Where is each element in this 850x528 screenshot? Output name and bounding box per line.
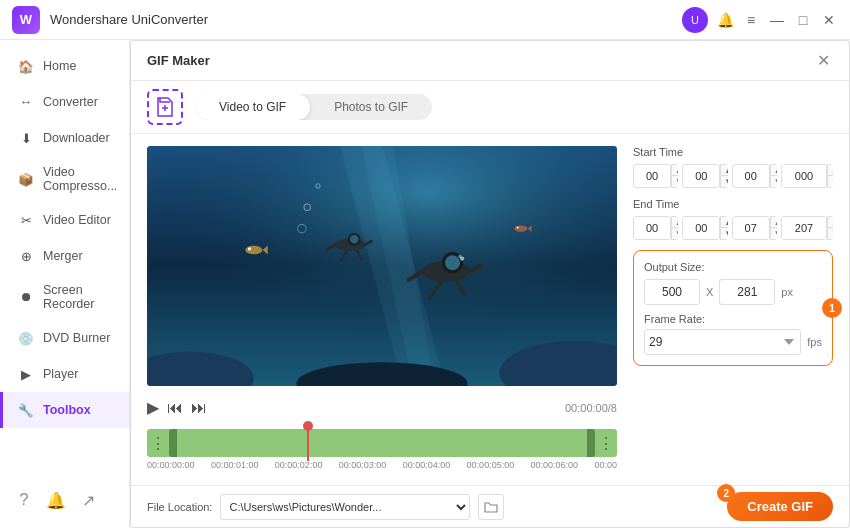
create-gif-button[interactable]: 2 Create GIF — [727, 492, 833, 521]
start-hours-field: ▲ ▼ — [633, 164, 678, 188]
compressor-icon: 📦 — [17, 170, 35, 188]
share-icon[interactable]: ↗ — [78, 490, 98, 510]
sidebar-item-converter[interactable]: ↔ Converter — [0, 84, 129, 120]
sidebar-item-dvd[interactable]: 💿 DVD Burner — [0, 320, 129, 356]
start-time-inputs: ▲ ▼ ▲ ▼ — [633, 164, 833, 188]
output-settings-box: 1 Output Size: X px Frame Rate: 24 — [633, 250, 833, 366]
start-seconds-down[interactable]: ▼ — [770, 176, 777, 188]
timeline-left-handle[interactable] — [169, 429, 177, 457]
dvd-icon: 💿 — [17, 329, 35, 347]
title-bar-controls: U 🔔 ≡ — □ ✕ — [682, 7, 838, 33]
start-minutes-up[interactable]: ▲ — [720, 164, 727, 176]
sidebar-label-converter: Converter — [43, 95, 98, 109]
tab-photos-to-gif[interactable]: Photos to GIF — [310, 94, 432, 120]
svg-point-28 — [248, 247, 251, 250]
start-ms-down[interactable]: ▼ — [827, 176, 833, 188]
footer-bell-icon[interactable]: 🔔 — [46, 490, 66, 510]
end-ms-down[interactable]: ▼ — [827, 228, 833, 240]
video-controls: ▶ ⏮ ⏭ 00:00:00/8 — [147, 394, 617, 421]
title-bar: W Wondershare UniConverter U 🔔 ≡ — □ ✕ — [0, 0, 850, 40]
start-hours-up[interactable]: ▲ — [671, 164, 678, 176]
file-path-select[interactable]: C:\Users\ws\Pictures\Wonder... — [220, 494, 470, 520]
prev-frame-button[interactable]: ⏮ — [167, 399, 183, 417]
recorder-icon: ⏺ — [17, 288, 35, 306]
end-ms-up[interactable]: ▲ — [827, 216, 833, 228]
player-icon: ▶ — [17, 365, 35, 383]
menu-icon[interactable]: ≡ — [742, 11, 760, 29]
sidebar-item-editor[interactable]: ✂ Video Editor — [0, 202, 129, 238]
user-avatar[interactable]: U — [682, 7, 708, 33]
sidebar-item-toolbox[interactable]: 🔧 Toolbox — [0, 392, 129, 428]
start-minutes-input[interactable] — [682, 164, 720, 188]
end-minutes-down[interactable]: ▼ — [720, 228, 727, 240]
end-minutes-up[interactable]: ▲ — [720, 216, 727, 228]
end-seconds-input[interactable] — [732, 216, 770, 240]
downloader-icon: ⬇ — [17, 129, 35, 147]
dialog-close-button[interactable]: ✕ — [813, 51, 833, 71]
sidebar-item-compressor[interactable]: 📦 Video Compresso... — [0, 156, 129, 202]
output-width-input[interactable] — [644, 279, 700, 305]
output-badge: 1 — [822, 298, 842, 318]
sidebar-label-editor: Video Editor — [43, 213, 111, 227]
start-minutes-down[interactable]: ▼ — [720, 176, 727, 188]
tab-group: Video to GIF Photos to GIF — [195, 94, 432, 120]
play-button[interactable]: ▶ — [147, 398, 159, 417]
svg-point-31 — [517, 226, 519, 228]
start-ms-input[interactable] — [781, 164, 827, 188]
ruler-mark-3: 00:00:03:00 — [339, 460, 387, 470]
start-ms-up[interactable]: ▲ — [827, 164, 833, 176]
gif-body: ▶ ⏮ ⏭ 00:00:00/8 ⋮ ⋮ — [131, 134, 849, 485]
output-size-inputs: X px — [644, 279, 822, 305]
start-time-section: Start Time ▲ ▼ — [633, 146, 833, 188]
start-hours-input[interactable] — [633, 164, 671, 188]
sidebar-item-merger[interactable]: ⊕ Merger — [0, 238, 129, 274]
output-height-input[interactable] — [719, 279, 775, 305]
fps-label: fps — [807, 336, 822, 348]
end-hours-up[interactable]: ▲ — [671, 216, 678, 228]
svg-point-26 — [245, 246, 262, 255]
help-icon[interactable]: ? — [14, 490, 34, 510]
gif-maker-dialog: GIF Maker ✕ Video to GIF Photos to GIF — [130, 40, 850, 528]
end-seconds-field: ▲ ▼ — [732, 216, 777, 240]
sidebar-item-downloader[interactable]: ⬇ Downloader — [0, 120, 129, 156]
timeline-track[interactable]: ⋮ ⋮ — [147, 429, 617, 457]
start-hours-down[interactable]: ▼ — [671, 176, 678, 188]
sidebar-item-recorder[interactable]: ⏺ Screen Recorder — [0, 274, 129, 320]
video-preview — [147, 146, 617, 386]
timeline-right-handle[interactable] — [587, 429, 595, 457]
start-seconds-up[interactable]: ▲ — [770, 164, 777, 176]
app-title: Wondershare UniConverter — [50, 12, 682, 27]
notification-icon[interactable]: 🔔 — [716, 11, 734, 29]
start-ms-field: ▲ ▼ — [781, 164, 833, 188]
end-minutes-field: ▲ ▼ — [682, 216, 727, 240]
end-hours-input[interactable] — [633, 216, 671, 240]
content-area: GIF Maker ✕ Video to GIF Photos to GIF — [130, 40, 850, 528]
start-time-label: Start Time — [633, 146, 833, 158]
frame-rate-select[interactable]: 24 25 29 30 60 — [644, 329, 801, 355]
timeline-handle-left-dots[interactable]: ⋮ — [147, 434, 169, 453]
timeline-playhead[interactable] — [307, 425, 309, 461]
browse-folder-button[interactable] — [478, 494, 504, 520]
ruler-mark-6: 00:00:06:00 — [531, 460, 579, 470]
tab-video-to-gif[interactable]: Video to GIF — [195, 94, 310, 120]
end-ms-input[interactable] — [781, 216, 827, 240]
timeline-handle-right-dots[interactable]: ⋮ — [595, 434, 617, 453]
end-seconds-down[interactable]: ▼ — [770, 228, 777, 240]
end-minutes-input[interactable] — [682, 216, 720, 240]
ruler-mark-5: 00:00:05:00 — [467, 460, 515, 470]
end-hours-down[interactable]: ▼ — [671, 228, 678, 240]
next-frame-button[interactable]: ⏭ — [191, 399, 207, 417]
sidebar-item-player[interactable]: ▶ Player — [0, 356, 129, 392]
sidebar-item-home[interactable]: 🏠 Home — [0, 48, 129, 84]
minimize-button[interactable]: — — [768, 11, 786, 29]
start-seconds-input[interactable] — [732, 164, 770, 188]
home-icon: 🏠 — [17, 57, 35, 75]
end-seconds-up[interactable]: ▲ — [770, 216, 777, 228]
underwater-scene — [147, 146, 617, 386]
end-ms-field: ▲ ▼ — [781, 216, 833, 240]
maximize-button[interactable]: □ — [794, 11, 812, 29]
close-button[interactable]: ✕ — [820, 11, 838, 29]
timeline-area: ⋮ ⋮ 00:00:00:00 00:00:01:00 00:00:02:00 … — [147, 429, 617, 473]
add-file-button[interactable] — [147, 89, 183, 125]
video-area: ▶ ⏮ ⏭ 00:00:00/8 ⋮ ⋮ — [147, 146, 617, 473]
